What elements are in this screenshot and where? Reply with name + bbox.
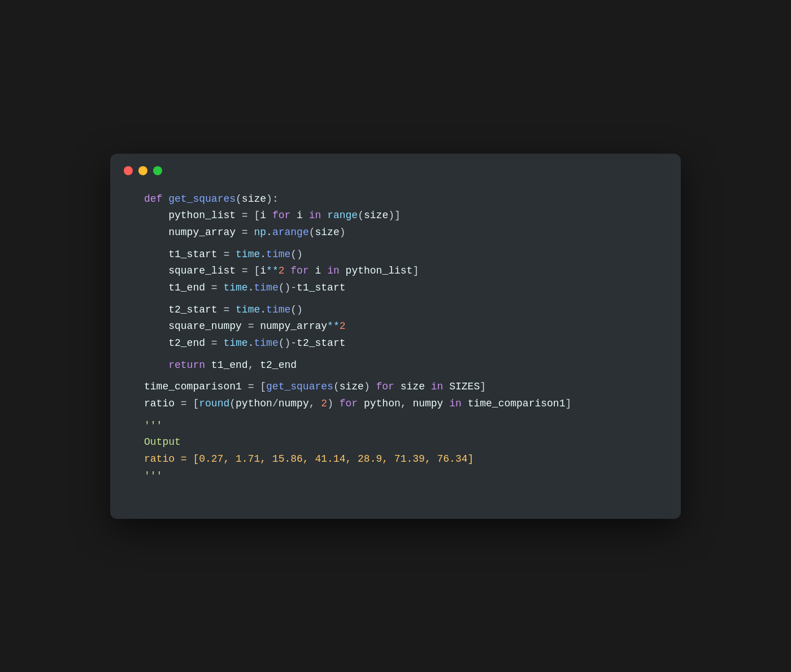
titlebar bbox=[110, 154, 681, 185]
blank4 bbox=[144, 374, 647, 379]
line-docclose: ''' bbox=[144, 468, 647, 485]
line-comparison: time_comparison1 = [get_squares(size) fo… bbox=[144, 379, 647, 396]
blank1 bbox=[144, 241, 647, 246]
line-ratio: ratio = [round(python/numpy, 2) for pyth… bbox=[144, 396, 647, 413]
blank3 bbox=[144, 352, 647, 357]
line-t2-end: t2_end = time.time()-t2_start bbox=[144, 335, 647, 352]
blank2 bbox=[144, 297, 647, 302]
line-ratio-output: ratio = [0.27, 1.71, 15.86, 41.14, 28.9,… bbox=[144, 451, 647, 468]
line-square-numpy: square_numpy = numpy_array**2 bbox=[144, 318, 647, 335]
line-t1-end: t1_end = time.time()-t1_start bbox=[144, 280, 647, 297]
code-block: def get_squares(size): python_list = [i … bbox=[110, 185, 681, 491]
line-square-list: square_list = [i**2 for i in python_list… bbox=[144, 263, 647, 280]
line-t1-start: t1_start = time.time() bbox=[144, 246, 647, 263]
blank5 bbox=[144, 413, 647, 418]
close-button[interactable] bbox=[124, 166, 133, 175]
line-docopen: ''' bbox=[144, 418, 647, 435]
line-output-label: Output bbox=[144, 434, 647, 451]
line-return: return t1_end, t2_end bbox=[144, 357, 647, 374]
line-python-list: python_list = [i for i in range(size)] bbox=[144, 207, 647, 224]
minimize-button[interactable] bbox=[138, 166, 147, 175]
line-numpy-array: numpy_array = np.arange(size) bbox=[144, 224, 647, 241]
code-window: def get_squares(size): python_list = [i … bbox=[110, 154, 681, 519]
maximize-button[interactable] bbox=[153, 166, 162, 175]
line-t2-start: t2_start = time.time() bbox=[144, 302, 647, 319]
line-def: def get_squares(size): bbox=[144, 191, 647, 208]
